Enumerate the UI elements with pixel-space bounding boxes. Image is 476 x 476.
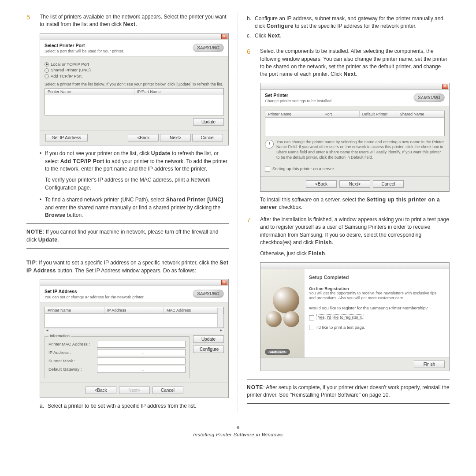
dialog-subtitle: You can set or change IP address for the… <box>45 295 145 299</box>
scrollbar-h[interactable]: ◄► <box>45 328 224 334</box>
select-printer-port-dialog: × Select Printer Port Select a port that… <box>40 33 229 145</box>
ip-input[interactable]: . . . <box>97 349 186 356</box>
set-ip-button[interactable]: Set IP Address <box>45 134 88 141</box>
close-icon[interactable]: × <box>221 34 227 39</box>
step-6: 6 Select the components to be installed.… <box>247 48 450 78</box>
next-button[interactable]: Next> <box>160 134 191 141</box>
step-5: 5 The list of printers available on the … <box>26 13 229 29</box>
update-button[interactable]: Update <box>193 118 224 126</box>
bullet-update: • If you do not see your printer on the … <box>40 150 229 192</box>
sub-c: c. Click Next. <box>247 32 450 40</box>
cancel-button[interactable]: Cancel <box>152 387 183 394</box>
radio-shared-unc[interactable]: Shared Printer (UNC) <box>45 67 224 72</box>
step-7: 7 After the installation is finished, a … <box>247 216 450 258</box>
dialog-title: Select Printer Port <box>45 43 124 48</box>
server-checkbox-row[interactable]: Setting up this printer on a server <box>265 166 445 171</box>
scrollbar[interactable] <box>217 308 223 327</box>
samsung-logo: SAMSUNG <box>193 44 224 52</box>
subnet-input[interactable]: . . . <box>97 357 186 364</box>
setup-completed-dialog: SAMSUNG Setup Completed On-line Registra… <box>260 262 450 371</box>
back-button[interactable]: <Back <box>128 134 159 141</box>
finish-button[interactable]: Finish <box>414 361 445 368</box>
setup-graphic: SAMSUNG <box>260 269 305 357</box>
page-footer: 9 Installing Printer Software in Windows <box>26 425 450 437</box>
printer-settings-list[interactable]: Printer Name Port Default Printer Shared… <box>265 111 445 136</box>
register-checkbox[interactable]: Yes, I'd like to register it. <box>309 315 443 320</box>
next-button: Next> <box>119 387 150 394</box>
cancel-button[interactable]: Cancel <box>192 134 223 141</box>
testpage-checkbox[interactable]: I'd like to print a test page. <box>309 325 443 330</box>
printer-list[interactable]: Printer Name IP Address MAC Address <box>45 307 224 328</box>
bullet-shared: • To find a shared network printer (UNC … <box>40 196 229 219</box>
info-icon: i <box>265 140 274 149</box>
back-button[interactable]: <Back <box>86 387 116 394</box>
gateway-input[interactable]: . . . <box>97 366 186 373</box>
server-checkbox <box>265 167 270 172</box>
col-printer-name: Printer Name <box>45 89 134 95</box>
dialog-title: Set IP Address <box>45 289 145 294</box>
radio-local-tcpip[interactable]: Local or TCP/IP Port <box>45 62 224 67</box>
setup-title: Setup Completed <box>309 275 443 280</box>
samsung-logo: SAMSUNG <box>193 290 224 298</box>
step-text: The list of printers available on the ne… <box>40 13 229 29</box>
configure-button[interactable]: Configure <box>193 346 224 353</box>
back-button[interactable]: <Back <box>306 180 337 188</box>
sub-b: b. Configure an IP address, subnet mask,… <box>247 15 450 30</box>
dialog-subtitle: Select a port that will be used for your… <box>45 49 124 53</box>
server-note: To install this software on a server, se… <box>260 196 450 212</box>
hint-text: Select a printer from the list below. If… <box>45 82 224 86</box>
tip-setip: TIP: If you want to set a specific IP ad… <box>26 259 229 275</box>
mac-input[interactable] <box>97 341 186 348</box>
close-icon[interactable]: × <box>221 280 227 285</box>
sub-a: a. Select a printer to be set with a spe… <box>40 402 229 410</box>
set-printer-dialog: × Set Printer Change printer settings to… <box>260 83 450 192</box>
info-group: Information Printer MAC Address : IP Add… <box>45 336 190 378</box>
col-ip-port: IP/Port Name <box>134 89 224 95</box>
step-number: 5 <box>26 13 40 29</box>
cancel-button[interactable]: Cancel <box>373 180 404 188</box>
radio-add-tcpip[interactable]: Add TCP/IP Port. <box>45 74 224 78</box>
update-button[interactable]: Update <box>193 335 224 343</box>
set-ip-dialog: × Set IP Address You can set or change I… <box>40 279 229 398</box>
info-text: You can change the printer name by selec… <box>276 140 445 160</box>
printer-list[interactable]: Printer Name IP/Port Name <box>45 88 224 115</box>
note-reinstall: NOTE: After setup is complete, if your p… <box>247 384 450 399</box>
next-button[interactable]: Next> <box>339 180 370 188</box>
samsung-logo: SAMSUNG <box>413 93 445 102</box>
note-firewall: NOTE: If you cannot find your machine in… <box>26 228 229 244</box>
close-icon[interactable]: × <box>442 84 448 89</box>
titlebar: × <box>40 33 228 40</box>
